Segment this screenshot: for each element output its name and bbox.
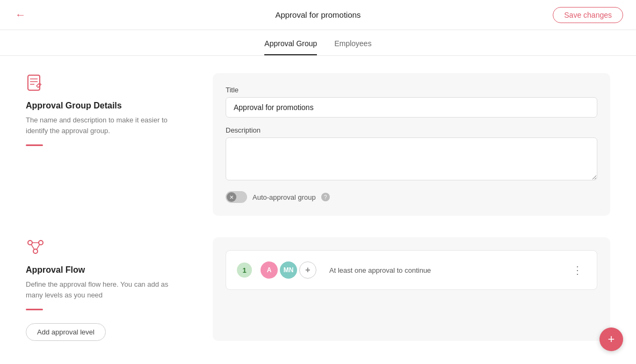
title-input[interactable] [226, 97, 597, 118]
description-label: Description [226, 126, 597, 134]
flow-icon [26, 237, 187, 259]
flow-card-container: 1 A MN + At least one approval to contin… [213, 237, 610, 341]
auto-approval-row: ✕ Auto-approval group ? [226, 191, 597, 203]
details-icon [26, 73, 187, 94]
fab-icon: + [608, 332, 615, 346]
svg-line-10 [37, 244, 40, 250]
auto-approval-toggle[interactable]: ✕ [226, 191, 247, 203]
title-label: Title [226, 86, 597, 94]
details-form-card: Title Description ✕ Auto-approval group … [213, 73, 610, 216]
avatar-mn[interactable]: MN [280, 261, 297, 279]
add-approval-level-button[interactable]: Add approval level [26, 323, 106, 341]
svg-line-9 [31, 244, 34, 250]
details-section-left: Approval Group Details The name and desc… [26, 73, 187, 216]
help-icon[interactable]: ? [321, 193, 330, 201]
flow-info: At least one approval to continue [329, 265, 560, 275]
save-changes-button[interactable]: Save changes [553, 7, 623, 23]
flow-approval-text: At least one approval to continue [329, 266, 431, 274]
flow-divider [26, 309, 43, 310]
tabs-bar: Approval Group Employees [0, 30, 636, 56]
flow-more-menu-button[interactable]: ⋮ [569, 261, 586, 279]
flow-card: 1 A MN + At least one approval to contin… [226, 250, 597, 290]
tab-employees[interactable]: Employees [334, 39, 371, 55]
more-vert-icon: ⋮ [572, 264, 583, 276]
details-section: Approval Group Details The name and desc… [26, 73, 610, 216]
back-icon: ← [15, 9, 26, 21]
details-title: Approval Group Details [26, 101, 187, 111]
toggle-x-icon: ✕ [227, 192, 236, 202]
svg-point-5 [28, 241, 32, 245]
svg-point-6 [39, 241, 43, 245]
fab-button[interactable]: + [599, 327, 623, 351]
flow-level-badge: 1 [237, 263, 252, 278]
flow-section: Approval Flow Define the approval flow h… [26, 237, 610, 341]
flow-description: Define the approval flow here. You can a… [26, 279, 187, 300]
avatar-a[interactable]: A [261, 261, 278, 279]
flow-title: Approval Flow [26, 265, 187, 275]
header: ← Approval for promotions Save changes [0, 0, 636, 30]
details-description: The name and description to make it easi… [26, 115, 187, 136]
add-approver-button[interactable]: + [299, 261, 316, 279]
svg-rect-0 [28, 75, 40, 90]
auto-approval-label: Auto-approval group [252, 193, 316, 201]
tab-approval-group[interactable]: Approval Group [264, 39, 317, 55]
flow-section-left: Approval Flow Define the approval flow h… [26, 237, 187, 341]
description-textarea[interactable] [226, 137, 597, 180]
avatar-group: A MN + [261, 261, 316, 279]
main-content: Approval Group Details The name and desc… [0, 56, 636, 364]
back-button[interactable]: ← [13, 6, 28, 23]
details-divider [26, 144, 43, 146]
page-title: Approval for promotions [275, 10, 360, 19]
svg-point-7 [33, 249, 38, 253]
